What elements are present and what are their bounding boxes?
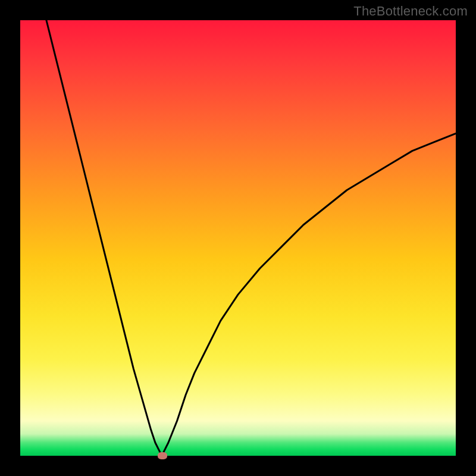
bottleneck-curve <box>20 20 456 456</box>
chart-frame: TheBottleneck.com <box>0 0 476 476</box>
plot-area <box>20 20 456 456</box>
optimal-point-marker <box>158 452 167 459</box>
watermark-text: TheBottleneck.com <box>353 4 468 19</box>
